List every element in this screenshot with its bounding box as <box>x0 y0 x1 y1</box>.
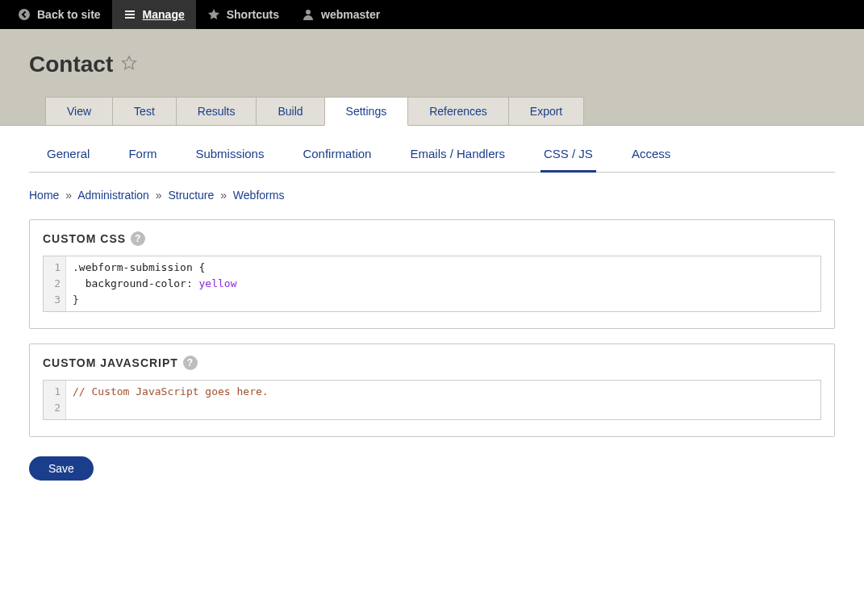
custom-js-fieldset: CUSTOM JAVASCRIPT ? 12 // Custom JavaScr… <box>29 343 835 437</box>
tab-export[interactable]: Export <box>508 97 584 125</box>
header-region: Contact View Test Results Build Settings… <box>0 29 864 126</box>
subtab-confirmation[interactable]: Confirmation <box>299 140 374 172</box>
css-line-1: .webform-submission { <box>73 261 205 273</box>
secondary-tabs: General Form Submissions Confirmation Em… <box>29 140 835 173</box>
breadcrumb-separator: » <box>220 189 227 202</box>
toolbar-back-to-site[interactable]: Back to site <box>6 0 112 29</box>
save-button[interactable]: Save <box>29 456 94 481</box>
custom-css-fieldset: CUSTOM CSS ? 123 .webform-submission { b… <box>29 219 835 329</box>
admin-toolbar: Back to site Manage Shortcuts webmaster <box>0 0 864 29</box>
js-gutter: 12 <box>44 381 66 419</box>
toolbar-manage[interactable]: Manage <box>112 0 196 29</box>
breadcrumb-separator: » <box>156 189 162 202</box>
custom-js-legend: CUSTOM JAVASCRIPT ? <box>43 356 821 370</box>
help-icon[interactable]: ? <box>183 356 198 370</box>
content-region: General Form Submissions Confirmation Em… <box>0 126 864 505</box>
css-line-2-prop: background-color: <box>73 277 199 289</box>
tab-view[interactable]: View <box>45 97 113 125</box>
svg-point-0 <box>19 9 30 20</box>
tab-build[interactable]: Build <box>256 97 324 125</box>
primary-tabs: View Test Results Build Settings Referen… <box>45 97 835 125</box>
hamburger-icon <box>123 8 136 21</box>
subtab-access[interactable]: Access <box>628 140 674 172</box>
breadcrumb-webforms[interactable]: Webforms <box>233 189 285 202</box>
subtab-submissions[interactable]: Submissions <box>192 140 267 172</box>
page-title: Contact <box>29 52 113 77</box>
favorite-star-icon[interactable] <box>121 55 137 75</box>
custom-css-legend: CUSTOM CSS ? <box>43 231 821 246</box>
css-gutter: 123 <box>44 256 66 311</box>
help-icon[interactable]: ? <box>131 231 145 246</box>
custom-js-label: CUSTOM JAVASCRIPT <box>43 356 178 369</box>
breadcrumb-administration[interactable]: Administration <box>77 189 149 202</box>
custom-css-editor[interactable]: 123 .webform-submission { background-col… <box>43 256 821 312</box>
toolbar-manage-label: Manage <box>143 8 185 21</box>
subtab-emails-handlers[interactable]: Emails / Handlers <box>407 140 508 172</box>
tab-settings[interactable]: Settings <box>324 97 409 126</box>
tab-references[interactable]: References <box>407 97 509 125</box>
css-line-3: } <box>73 293 79 306</box>
subtab-form[interactable]: Form <box>125 140 160 172</box>
toolbar-back-label: Back to site <box>37 8 101 21</box>
tab-test[interactable]: Test <box>112 97 177 125</box>
css-code[interactable]: .webform-submission { background-color: … <box>66 256 820 311</box>
breadcrumb: Home » Administration » Structure » Webf… <box>29 189 835 202</box>
back-arrow-icon <box>18 8 31 21</box>
breadcrumb-structure[interactable]: Structure <box>168 189 214 202</box>
toolbar-shortcuts[interactable]: Shortcuts <box>196 0 290 29</box>
subtab-general[interactable]: General <box>44 140 93 172</box>
toolbar-shortcuts-label: Shortcuts <box>227 8 279 21</box>
custom-css-label: CUSTOM CSS <box>43 232 126 245</box>
css-line-2-value: yellow <box>199 277 237 289</box>
custom-js-editor[interactable]: 12 // Custom JavaScript goes here. <box>43 380 821 420</box>
breadcrumb-separator: » <box>65 189 72 202</box>
toolbar-user[interactable]: webmaster <box>290 0 391 29</box>
js-code[interactable]: // Custom JavaScript goes here. <box>66 381 820 419</box>
user-icon <box>302 8 315 21</box>
tab-results[interactable]: Results <box>176 97 257 125</box>
js-line-1: // Custom JavaScript goes here. <box>73 385 269 397</box>
breadcrumb-home[interactable]: Home <box>29 189 59 202</box>
star-icon <box>207 8 220 21</box>
toolbar-user-label: webmaster <box>321 8 380 21</box>
page-title-row: Contact <box>29 52 835 77</box>
svg-point-1 <box>306 10 311 15</box>
subtab-css-js[interactable]: CSS / JS <box>541 140 596 173</box>
